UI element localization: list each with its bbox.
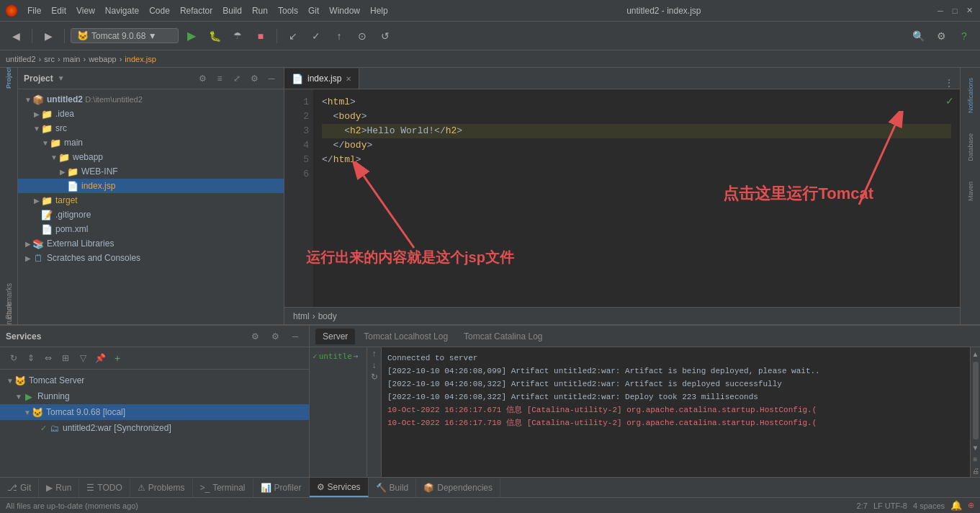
run-button[interactable]: ▶ — [181, 26, 202, 46]
editor-options-btn[interactable]: ⋮ — [944, 77, 954, 89]
services-pin-btn[interactable]: 📌 — [92, 350, 108, 366]
git-commit-button[interactable]: ✓ — [306, 26, 326, 46]
tree-item-target[interactable]: ▶ 📁 target — [18, 193, 284, 208]
log-up-btn[interactable]: ↑ — [372, 349, 377, 359]
breadcrumb-indexjsp[interactable]: index.jsp — [125, 55, 156, 63]
settings-button[interactable]: ⚙ — [931, 26, 951, 46]
services-tree-war[interactable]: ▶ ✓ 🗂 untitled2:war [Synchronized] — [0, 420, 309, 436]
scroll-print-btn[interactable]: 🖨 — [971, 465, 980, 476]
services-refresh-btn[interactable]: ↻ — [6, 350, 22, 366]
services-collapse-btn[interactable]: ⇔ — [40, 350, 56, 366]
tab-build[interactable]: 🔨 Build — [369, 478, 417, 497]
services-gear-btn[interactable]: ⚙ — [267, 329, 283, 344]
menu-refactor[interactable]: Refactor — [176, 4, 217, 17]
tree-item-main[interactable]: ▼ 📁 main — [18, 135, 284, 150]
search-everywhere-button[interactable]: 🔍 — [908, 26, 928, 46]
menu-run[interactable]: Run — [248, 4, 272, 17]
tree-item-indexjsp[interactable]: ▶ 📄 index.jsp — [18, 179, 284, 193]
panel-close-btn[interactable]: ─ — [265, 72, 278, 85]
status-notifications[interactable]: 🔔 — [950, 500, 962, 511]
tree-item-idea[interactable]: ▶ 📁 .idea — [18, 107, 284, 121]
structure-icon[interactable]: Structure — [1, 310, 16, 324]
tab-terminal[interactable]: >_ Terminal — [193, 478, 253, 497]
notifications-sidebar[interactable]: Notifications — [961, 68, 980, 123]
services-settings-btn[interactable]: ⚙ — [247, 329, 263, 344]
back-button[interactable]: ◀ — [6, 26, 26, 46]
tree-item-webapp[interactable]: ▼ 📁 webapp — [18, 150, 284, 164]
tab-services[interactable]: ⚙ Services — [310, 478, 369, 497]
menu-window[interactable]: Window — [325, 4, 364, 17]
menu-help[interactable]: Help — [366, 4, 392, 17]
tree-item-src[interactable]: ▼ 📁 src — [18, 121, 284, 135]
tab-dependencies[interactable]: 📦 Dependencies — [416, 478, 500, 497]
tab-profiler[interactable]: 📊 Profiler — [253, 478, 310, 497]
tab-git[interactable]: ⎇ Git — [0, 478, 39, 497]
editor-breadcrumb-html[interactable]: html — [293, 311, 310, 321]
menu-navigate[interactable]: Navigate — [101, 4, 143, 17]
scroll-thumb[interactable] — [973, 362, 979, 440]
project-icon[interactable]: Project — [1, 71, 16, 85]
tree-item-pomxml[interactable]: ▶ 📄 pom.xml — [18, 222, 284, 236]
scroll-options-btn[interactable]: ≡ — [971, 454, 980, 464]
status-extra[interactable]: ⊕ — [968, 501, 974, 510]
tree-item-extlibs[interactable]: ▶ 📚 External Libraries — [18, 236, 284, 251]
tab-run[interactable]: ▶ Run — [39, 478, 79, 497]
menu-git[interactable]: Git — [304, 4, 323, 17]
services-expand-btn[interactable]: ⇕ — [23, 350, 39, 366]
maven-sidebar[interactable]: Maven — [961, 171, 980, 211]
tab-problems[interactable]: ⚠ Problems — [130, 478, 193, 497]
debug-button[interactable]: 🐛 — [204, 26, 225, 46]
menu-tools[interactable]: Tools — [274, 4, 302, 17]
forward-button[interactable]: ▶ — [38, 26, 58, 46]
minimize-button[interactable]: ─ — [935, 6, 945, 16]
services-tree-tomcat9[interactable]: ▼ 🐱 Tomcat 9.0.68 [local] — [0, 404, 309, 420]
coverage-button[interactable]: ☂ — [228, 26, 248, 46]
services-tree-tomcat-server[interactable]: ▼ 🐱 Tomcat Server — [0, 373, 309, 388]
status-indent[interactable]: 4 spaces — [913, 501, 945, 510]
tree-item-gitignore[interactable]: ▶ 📝 .gitignore — [18, 208, 284, 222]
editor-breadcrumb-body[interactable]: body — [318, 311, 337, 321]
close-button[interactable]: ✕ — [964, 6, 974, 16]
panel-layout-btn[interactable]: ≡ — [213, 72, 226, 85]
tree-item-scratches[interactable]: ▶ 🗒 Scratches and Consoles — [18, 251, 284, 265]
services-group-btn[interactable]: ⊞ — [58, 350, 73, 366]
panel-settings-btn[interactable]: ⚙ — [196, 72, 209, 85]
git-push-button[interactable]: ↑ — [329, 26, 349, 46]
menu-build[interactable]: Build — [218, 4, 246, 17]
panel-expand-btn[interactable]: ⤢ — [230, 72, 243, 85]
scroll-up-btn[interactable]: ▲ — [971, 349, 980, 359]
git-update-button[interactable]: ↙ — [283, 26, 303, 46]
menu-view[interactable]: View — [72, 4, 99, 17]
breadcrumb-untitled2[interactable]: untitled2 — [6, 55, 36, 63]
log-refresh-btn[interactable]: ↻ — [371, 372, 378, 382]
services-tab-localhost[interactable]: Tomcat Localhost Log — [356, 329, 455, 344]
maximize-button[interactable]: □ — [950, 6, 960, 16]
status-encoding[interactable]: LF UTF-8 — [873, 501, 907, 510]
help-button[interactable]: ? — [954, 26, 974, 46]
breadcrumb-main[interactable]: main — [63, 55, 81, 63]
breadcrumb-webapp[interactable]: webapp — [89, 55, 117, 63]
status-position[interactable]: 2:7 — [857, 501, 868, 510]
menu-file[interactable]: File — [23, 4, 45, 17]
run-configuration[interactable]: 🐱 Tomcat 9.0.68 ▼ — [71, 28, 179, 43]
server-entry-item[interactable]: ✓ untitle → — [313, 352, 364, 361]
services-filter-btn[interactable]: ▽ — [75, 350, 91, 366]
scroll-down-btn[interactable]: ▼ — [971, 442, 980, 452]
log-down-btn[interactable]: ↓ — [372, 360, 377, 370]
tree-item-untitled2[interactable]: ▼ 📦 untitled2 D:\item\untitled2 — [18, 92, 284, 107]
tab-todo[interactable]: ☰ TODO — [79, 478, 130, 497]
services-close-btn[interactable]: ─ — [287, 329, 303, 344]
services-tab-server[interactable]: Server — [315, 329, 355, 344]
log-scrollbar[interactable]: ▲ ▼ ≡ 🖨 — [970, 347, 980, 477]
menu-edit[interactable]: Edit — [47, 4, 71, 17]
tab-close-indexjsp[interactable]: ✕ — [346, 75, 351, 83]
tree-item-webinf[interactable]: ▶ 📁 WEB-INF — [18, 164, 284, 179]
database-sidebar[interactable]: Database — [961, 123, 980, 171]
stop-button[interactable]: ■ — [251, 26, 271, 46]
git-revert-button[interactable]: ↺ — [375, 26, 395, 46]
menu-code[interactable]: Code — [145, 4, 174, 17]
panel-gear-btn[interactable]: ⚙ — [248, 72, 261, 85]
services-tree-running[interactable]: ▼ ▶ Running — [0, 388, 309, 404]
code-area[interactable]: <html> <body> <h2>Hello World!</h2> </bo… — [313, 89, 960, 307]
git-history-button[interactable]: ⊙ — [352, 26, 372, 46]
